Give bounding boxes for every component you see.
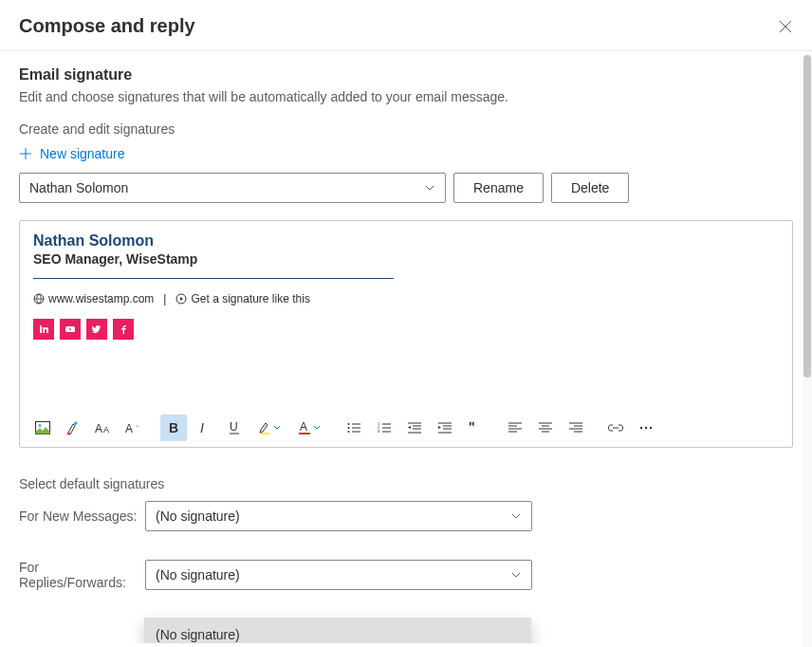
svg-text:B: B <box>169 421 178 434</box>
italic-icon: I <box>199 421 209 434</box>
chevron-down-icon <box>424 182 435 194</box>
plus-icon <box>19 147 32 160</box>
svg-text:A: A <box>103 425 109 434</box>
numbered-list-icon: 123 <box>378 422 391 434</box>
close-icon <box>779 20 792 33</box>
indent-button[interactable] <box>432 415 458 441</box>
preview-separator: | <box>163 292 166 305</box>
underline-icon: U <box>229 421 240 434</box>
bullet-list-button[interactable] <box>341 415 367 441</box>
font-size-button[interactable]: A⌄ <box>120 415 147 441</box>
chevron-down-icon <box>510 569 522 581</box>
font-icon: AA <box>95 421 112 434</box>
youtube-icon <box>60 319 81 340</box>
quote-button[interactable]: " <box>462 415 489 441</box>
rename-button[interactable]: Rename <box>453 173 544 203</box>
signature-select[interactable]: Nathan Solomon <box>19 173 446 203</box>
svg-text:A: A <box>95 422 102 434</box>
outdent-button[interactable] <box>401 415 428 441</box>
font-size-icon: A⌄ <box>125 421 142 434</box>
editor-toolbar: AA A⌄ B I U A <box>20 409 792 447</box>
svg-text:3: 3 <box>378 429 380 434</box>
replies-label: For Replies/Forwards: <box>19 560 145 590</box>
chevron-down-icon <box>510 510 522 522</box>
link-icon <box>608 423 623 433</box>
outdent-icon <box>408 422 421 434</box>
replies-select[interactable]: (No signature) <box>145 560 532 590</box>
svg-point-16 <box>348 423 350 425</box>
align-right-icon <box>569 422 582 434</box>
svg-rect-13 <box>259 433 270 434</box>
dropdown-item-no-signature[interactable]: (No signature) <box>144 618 531 643</box>
new-signature-label: New signature <box>40 146 125 161</box>
italic-button[interactable]: I <box>191 415 217 441</box>
globe-icon <box>33 293 45 305</box>
font-color-icon: A <box>298 421 311 434</box>
linkedin-icon <box>33 319 54 340</box>
default-signatures-heading: Select default signatures <box>19 476 793 491</box>
font-color-button[interactable]: A <box>291 415 327 441</box>
replies-value: (No signature) <box>156 567 240 582</box>
email-signature-desc: Edit and choose signatures that will be … <box>19 89 793 104</box>
paint-icon <box>65 420 81 435</box>
new-messages-select[interactable]: (No signature) <box>145 501 532 531</box>
new-messages-label: For New Messages: <box>19 508 145 524</box>
format-painter-button[interactable] <box>60 415 86 441</box>
numbered-list-button[interactable]: 123 <box>371 415 397 441</box>
svg-point-18 <box>348 427 350 429</box>
delete-button[interactable]: Delete <box>551 173 629 203</box>
preview-cta: Get a signature like this <box>175 292 309 305</box>
scrollbar[interactable] <box>803 55 812 647</box>
bullet-list-icon <box>347 422 360 434</box>
facebook-icon <box>113 319 134 340</box>
svg-text:": " <box>469 422 475 434</box>
align-center-button[interactable] <box>532 415 559 441</box>
indent-icon <box>438 422 452 434</box>
signature-dropdown-menu: (No signature) Nathan Solomon <box>144 618 531 643</box>
svg-point-20 <box>348 431 350 433</box>
preview-divider <box>33 278 394 279</box>
image-icon <box>35 421 50 434</box>
preview-name: Nathan Solomon <box>33 232 779 250</box>
svg-text:A: A <box>125 422 133 434</box>
highlight-button[interactable] <box>251 415 287 441</box>
highlight-icon <box>258 421 271 434</box>
play-circle-icon <box>175 293 187 305</box>
bold-button[interactable]: B <box>160 415 187 441</box>
scrollbar-thumb[interactable] <box>803 55 811 378</box>
signature-select-value: Nathan Solomon <box>29 180 128 195</box>
preview-website: www.wisestamp.com <box>33 292 154 305</box>
more-icon <box>639 426 653 430</box>
align-center-icon <box>539 422 552 434</box>
page-title: Compose and reply <box>19 15 195 37</box>
chevron-down-icon <box>313 424 321 432</box>
create-signatures-label: Create and edit signatures <box>19 121 793 137</box>
preview-role: SEO Manager, WiseStamp <box>33 251 779 267</box>
svg-point-50 <box>645 427 647 429</box>
svg-text:⌄: ⌄ <box>135 421 140 428</box>
new-signature-button[interactable]: New signature <box>19 146 793 161</box>
align-left-button[interactable] <box>502 415 528 441</box>
twitter-icon <box>86 319 107 340</box>
insert-link-button[interactable] <box>602 415 629 441</box>
align-left-icon <box>508 422 522 434</box>
email-signature-heading: Email signature <box>19 66 793 83</box>
svg-text:I: I <box>200 421 204 434</box>
quote-icon: " <box>469 422 482 434</box>
svg-point-49 <box>640 427 642 429</box>
svg-point-4 <box>39 424 42 427</box>
close-button[interactable] <box>778 19 793 34</box>
bold-icon: B <box>168 421 179 434</box>
signature-editor[interactable]: Nathan Solomon SEO Manager, WiseStamp ww… <box>19 220 793 448</box>
svg-text:A: A <box>300 421 307 434</box>
more-options-button[interactable] <box>633 415 659 441</box>
svg-rect-15 <box>299 433 310 434</box>
svg-point-51 <box>650 427 652 429</box>
insert-image-button[interactable] <box>29 415 56 441</box>
underline-button[interactable]: U <box>221 415 248 441</box>
font-button[interactable]: AA <box>90 415 117 441</box>
chevron-down-icon <box>273 424 281 432</box>
align-right-button[interactable] <box>563 415 589 441</box>
svg-text:U: U <box>230 421 238 434</box>
new-messages-value: (No signature) <box>156 508 240 524</box>
